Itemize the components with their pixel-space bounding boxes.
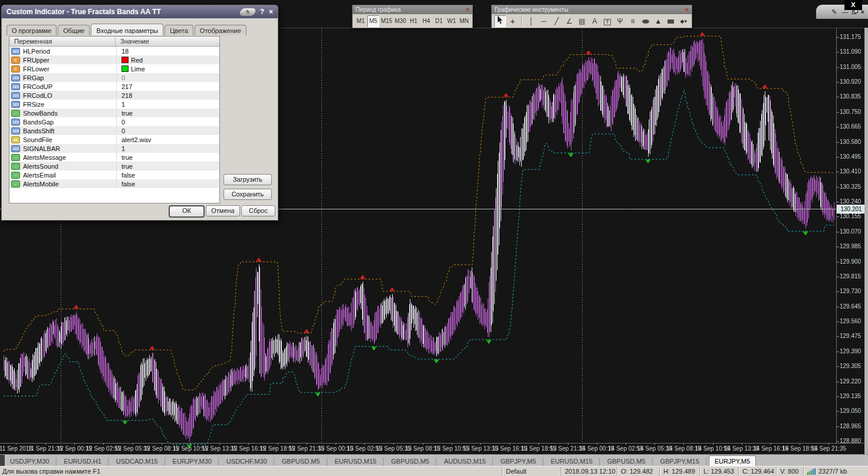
- period-button-m15[interactable]: M15: [380, 15, 393, 27]
- int-type-icon: 123: [11, 145, 20, 152]
- chart-tab-eurusd-m15[interactable]: EURUSD,M15: [329, 456, 382, 466]
- help-button[interactable]: ?: [260, 8, 264, 16]
- chart-tab-gbpusd-m5[interactable]: GBPUSD,M5: [277, 456, 326, 466]
- price-tick-label: 130.750: [840, 109, 861, 115]
- indicator-properties-dialog[interactable]: Custom Indicator - True Fractals Bands A…: [1, 5, 278, 221]
- trendline-angle-icon[interactable]: ∠: [564, 15, 576, 27]
- parameter-value[interactable]: false: [116, 179, 135, 188]
- parameter-row[interactable]: CFRUpperRed: [9, 55, 219, 64]
- parameter-row[interactable]: 123BandsGap0: [9, 117, 219, 126]
- triangle-icon[interactable]: ▲: [652, 15, 664, 27]
- vertical-line-icon[interactable]: │: [525, 15, 537, 27]
- ok-button[interactable]: ОК: [169, 205, 205, 218]
- close-button[interactable]: ×: [269, 8, 273, 16]
- parameter-row[interactable]: 123HLPeriod18: [9, 47, 219, 55]
- tools-toolbar-titlebar[interactable]: Графические инструменты ×: [492, 5, 692, 14]
- cancel-button[interactable]: Отмена: [206, 205, 240, 216]
- parameter-value[interactable]: true: [116, 109, 133, 117]
- parameter-value[interactable]: true: [116, 162, 133, 170]
- dialog-tab-о-программе[interactable]: О программе: [6, 25, 57, 35]
- dialog-tab-общие[interactable]: Общие: [58, 25, 90, 35]
- chart-tab-eurjpy-m5[interactable]: EURJPY,M5: [709, 455, 756, 466]
- parameter-row[interactable]: ~AlertsMessagetrue: [9, 153, 219, 162]
- parameter-value[interactable]: 0: [116, 126, 125, 135]
- save-button[interactable]: Сохранить: [223, 189, 272, 200]
- ellipse-shape: [642, 19, 649, 24]
- chart-tab-eurjpy-m30[interactable]: EURJPY,M30: [167, 456, 217, 466]
- chart-tab-gbpusd-m5[interactable]: GBPUSD,M5: [602, 456, 651, 466]
- price-tick-label: 129.050: [840, 408, 861, 414]
- parameter-value[interactable]: 0: [116, 73, 125, 82]
- period-button-w1[interactable]: W1: [446, 15, 457, 27]
- parameter-value[interactable]: 1: [116, 144, 125, 153]
- chart-tab-eurusd-m15[interactable]: EURUSD,M15: [545, 456, 598, 466]
- parameter-name: HLPeriod: [23, 48, 116, 55]
- ellipse-icon[interactable]: [640, 15, 652, 27]
- close-icon[interactable]: ×: [466, 6, 469, 13]
- time-tickmark: [771, 443, 771, 445]
- rectangle-icon[interactable]: [665, 15, 677, 27]
- period-toolbar[interactable]: Период графика × M1M5M15M30H1H4D1W1MN: [352, 5, 473, 28]
- chart-tab-gbpusd-m5[interactable]: GBPUSD,M5: [386, 456, 435, 466]
- parameter-value[interactable]: true: [116, 153, 133, 162]
- parameter-value[interactable]: 18: [116, 47, 129, 55]
- parameter-value[interactable]: 218: [116, 91, 132, 100]
- parameter-row[interactable]: ~AlertsEmailfalse: [9, 170, 219, 179]
- parameter-value[interactable]: 1: [116, 100, 125, 109]
- dialog-titlebar[interactable]: Custom Indicator - True Fractals Bands A…: [2, 5, 278, 18]
- period-button-m30[interactable]: M30: [394, 15, 406, 27]
- chart-tab-usdjpy-m30[interactable]: USDJPY,M30: [5, 456, 54, 466]
- chart-tab-audusd-m15[interactable]: AUDUSD,M15: [439, 456, 491, 466]
- parameter-row[interactable]: ~AlertsSoundtrue: [9, 162, 219, 170]
- equidistant-channel-icon[interactable]: ▤: [576, 15, 588, 27]
- horizontal-line-icon[interactable]: ─: [538, 15, 550, 27]
- period-button-h4[interactable]: H4: [420, 15, 432, 27]
- fibo-retracement-icon[interactable]: ≡: [627, 15, 639, 27]
- parameter-value[interactable]: alert2.wav: [116, 135, 151, 144]
- parameter-value[interactable]: Red: [116, 55, 143, 64]
- parameter-value[interactable]: false: [116, 170, 135, 179]
- period-button-m1[interactable]: M1: [355, 15, 366, 27]
- load-button[interactable]: Загрузить: [223, 174, 272, 185]
- chart-tab-eurusd-h1[interactable]: EURUSD,H1: [58, 456, 107, 466]
- chart-tab-usdcad-m15[interactable]: USDCAD,M15: [111, 456, 163, 466]
- parameter-row[interactable]: 123FRSize1: [9, 100, 219, 109]
- text-label-icon[interactable]: T: [601, 15, 613, 27]
- period-button-h1[interactable]: H1: [408, 15, 419, 27]
- dialog-tab-входные-параметры[interactable]: Входные параметры: [91, 24, 163, 35]
- chart-tab-gbpjpy-m5[interactable]: GBPJPY,M5: [495, 456, 541, 466]
- period-button-d1[interactable]: D1: [433, 15, 445, 27]
- pitchfork-icon[interactable]: Ψ: [614, 15, 626, 27]
- parameter-row[interactable]: 123FRGap0: [9, 73, 219, 82]
- parameter-row[interactable]: ~AlertsMobilefalse: [9, 179, 219, 188]
- parameter-row[interactable]: CFRLowerLime: [9, 64, 219, 73]
- crosshair-icon[interactable]: +: [507, 15, 519, 27]
- period-button-mn[interactable]: MN: [459, 15, 470, 27]
- parameter-value[interactable]: 217: [116, 82, 132, 91]
- chart-tab-usdchf-m30[interactable]: USDCHF,M30: [221, 456, 272, 466]
- parameter-row[interactable]: 123FRCodLO218: [9, 91, 219, 100]
- parameter-row[interactable]: abSoundFilealert2.wav: [9, 135, 219, 144]
- dialog-tab-отображение[interactable]: Отображение: [195, 25, 246, 35]
- close-overlay-button[interactable]: X: [844, 0, 862, 10]
- status-profile[interactable]: Default: [502, 467, 561, 476]
- parameter-row[interactable]: 123FRCodUP217: [9, 82, 219, 91]
- close-icon[interactable]: ×: [685, 6, 689, 13]
- cursor-icon[interactable]: [494, 15, 506, 27]
- parameter-value[interactable]: 0: [116, 117, 125, 126]
- dialog-tab-цвета[interactable]: Цвета: [165, 25, 193, 35]
- parameter-row[interactable]: 123SIGNALBAR1: [9, 144, 219, 153]
- restore-button[interactable]: [852, 9, 857, 14]
- parameter-row[interactable]: 123BandsShift0: [9, 126, 219, 135]
- text-icon[interactable]: A: [589, 15, 601, 27]
- period-button-m5[interactable]: M5: [367, 15, 379, 27]
- parameter-value[interactable]: Lime: [116, 64, 145, 73]
- chart-tab-gbpjpy-m15[interactable]: GBPJPY,M15: [655, 456, 704, 466]
- trendline-icon[interactable]: ╱: [551, 15, 563, 27]
- tools-toolbar[interactable]: Графические инструменты × +│─╱∠▤ATΨ≡▲◆▾: [491, 5, 692, 28]
- reset-button[interactable]: Сброс: [241, 205, 275, 216]
- arrows-icon[interactable]: ◆▾: [678, 15, 690, 27]
- parameter-row[interactable]: ~ShowBandstrue: [9, 109, 219, 117]
- period-toolbar-titlebar[interactable]: Период графика ×: [353, 5, 472, 14]
- parameters-table[interactable]: Переменная Значение 123HLPeriod18CFRUppe…: [9, 36, 220, 203]
